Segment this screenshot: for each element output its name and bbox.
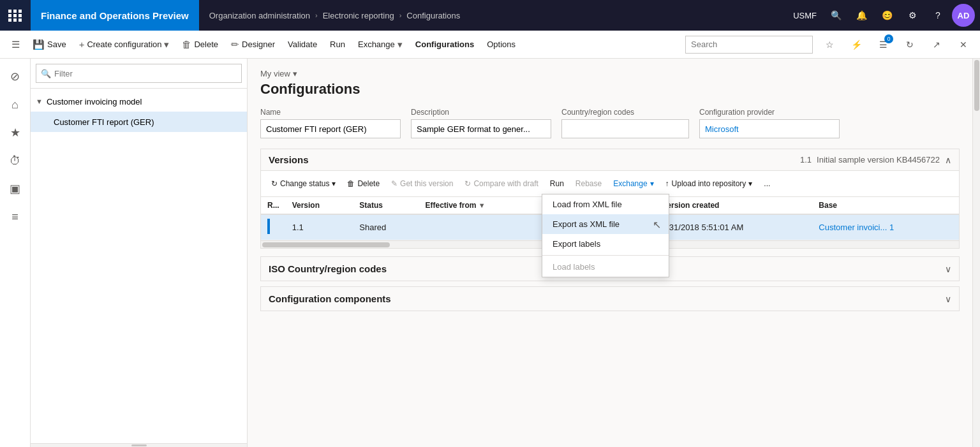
breadcrumb: Organization administration › Electronic… [199,11,788,20]
tree-item-child[interactable]: Customer FTI report (GER) [31,112,247,132]
cursor-indicator: ↖ [653,218,661,230]
get-version-icon: ✎ [391,179,397,188]
description-input[interactable] [411,119,551,138]
more-button[interactable]: ... [759,173,775,194]
change-status-button[interactable]: ↻ Change status ▾ [266,173,341,194]
col-effective-from[interactable]: Effective from ▼ [419,197,540,214]
get-this-version-button[interactable]: ✎ Get this version [386,173,458,194]
scrollbar-thumb[interactable] [974,60,979,111]
tree-panel: 🔍 ▼ Customer invoicing model Customer FT… [31,59,248,447]
refresh-icon[interactable]: ↻ [898,33,921,56]
cell-version-created: 7/31/2018 5:51:01 AM [656,214,812,240]
create-configuration-button[interactable]: + Create configuration ▾ [73,31,176,59]
load-from-xml-item[interactable]: Load from XML file [542,194,669,214]
delete-icon: 🗑 [182,39,191,50]
save-button[interactable]: 💾 Save [26,31,73,59]
config-components-title: Configuration components [269,293,391,304]
main-layout: ⊘ ⌂ ★ ⏱ ▣ ≡ 🔍 ▼ Customer invoicing model… [0,59,980,447]
main-toolbar: ☰ 💾 Save + Create configuration ▾ 🗑 Dele… [0,31,980,59]
upload-icon: ↑ [665,179,669,188]
name-input[interactable] [260,119,401,138]
search-icon-top[interactable]: 🔍 [824,4,847,27]
app-title: Finance and Operations Preview [31,0,199,31]
load-labels-item[interactable]: Load labels [542,257,669,277]
compare-with-draft-button[interactable]: ↻ Compare with draft [459,173,543,194]
help-icon[interactable]: ? [926,4,949,27]
iso-collapse-icon: ∨ [945,264,951,274]
toolbar-search-input[interactable] [685,36,813,54]
col-base[interactable]: Base [812,197,959,214]
tree-item-label: Customer invoicing model [47,97,142,106]
ver-exchange-button[interactable]: Exchange ▾ [608,173,658,194]
export-labels-item[interactable]: Export labels [542,234,669,254]
cell-status: Shared [353,214,419,240]
name-label: Name [260,108,401,117]
filter-input[interactable] [36,64,242,83]
tree-resize-handle[interactable] [31,443,247,447]
emoji-icon[interactable]: 😊 [875,4,898,27]
description-label: Description [411,108,551,117]
delete-button[interactable]: 🗑 Delete [175,31,225,59]
versions-collapse-button[interactable]: ∧ [945,155,951,165]
filter-wrapper: 🔍 [36,64,242,83]
col-r[interactable]: R... [261,197,286,214]
col-version-created[interactable]: Version created [656,197,812,214]
configurations-button[interactable]: Configurations [409,31,480,59]
versions-title: Versions [269,154,309,165]
options-button[interactable]: Options [480,31,522,59]
apps-button[interactable] [0,0,31,31]
ver-delete-button[interactable]: 🗑 Delete [342,173,385,194]
menu-toggle-button[interactable]: ☰ [5,31,26,59]
exchange-chevron-icon: ▾ [397,39,403,50]
provider-input[interactable] [699,119,840,138]
chevron-down-icon: ▾ [164,39,169,50]
validate-button[interactable]: Validate [281,31,323,59]
badge-icon[interactable]: ☰ 0 [872,33,895,56]
settings-icon[interactable]: ⚙ [901,4,924,27]
breadcrumb-er[interactable]: Electronic reporting [323,11,394,20]
breadcrumb-sep-1: › [315,11,318,19]
name-field: Name [260,108,401,138]
sidebar-icon-list[interactable]: ≡ [3,204,28,230]
top-bar: Finance and Operations Preview Organizat… [0,0,980,31]
sidebar-icon-home[interactable]: ⌂ [3,92,28,117]
country-field: Country/region codes [561,108,689,138]
provider-field: Configuration provider [699,108,840,138]
col-version[interactable]: Version [286,197,353,214]
hamburger-icon: ☰ [11,39,20,50]
sidebar-icon-filter[interactable]: ⊘ [3,64,28,89]
tree-child-label: Customer FTI report (GER) [54,117,154,127]
sidebar-icon-workspaces[interactable]: ▣ [3,176,28,202]
breadcrumb-configs[interactable]: Configurations [406,11,460,20]
provider-label: Configuration provider [699,108,840,117]
export-as-xml-item[interactable]: Export as XML file ↖ [542,214,669,234]
notification-icon[interactable]: 🔔 [850,4,873,27]
config-components-section[interactable]: Configuration components ∨ [260,286,960,311]
exchange-button[interactable]: Exchange ▾ [352,31,409,59]
favorite-icon[interactable]: ☆ [818,33,841,56]
country-input[interactable] [561,119,689,138]
tree-item-parent[interactable]: ▼ Customer invoicing model [31,91,247,112]
change-status-icon: ↻ [271,179,278,188]
close-page-icon[interactable]: ✕ [952,33,975,56]
run-button[interactable]: Run [323,31,352,59]
h-scrollbar-thumb[interactable] [262,242,390,247]
upload-into-repo-button[interactable]: ↑ Upload into repository ▾ [660,173,758,194]
sidebar-icons: ⊘ ⌂ ★ ⏱ ▣ ≡ [0,59,31,447]
sidebar-icon-recent[interactable]: ⏱ [3,148,28,173]
personalize-icon[interactable]: ⚡ [845,33,868,56]
base-link[interactable]: Customer invoici... 1 [819,223,894,232]
open-new-icon[interactable]: ↗ [925,33,948,56]
view-selector[interactable]: My view ▾ [260,69,960,78]
designer-button[interactable]: ✏ Designer [225,31,281,59]
sidebar-icon-favorites[interactable]: ★ [3,120,28,145]
breadcrumb-org[interactable]: Organization administration [209,11,310,20]
tree-content: ▼ Customer invoicing model Customer FTI … [31,89,247,443]
dropdown-divider [542,255,669,256]
filter-effective-icon: ▼ [479,202,486,209]
rebase-button[interactable]: Rebase [570,173,607,194]
ver-run-button[interactable]: Run [545,173,569,194]
right-scrollbar[interactable] [972,59,980,447]
user-avatar[interactable]: AD [952,4,975,27]
col-status[interactable]: Status [353,197,419,214]
